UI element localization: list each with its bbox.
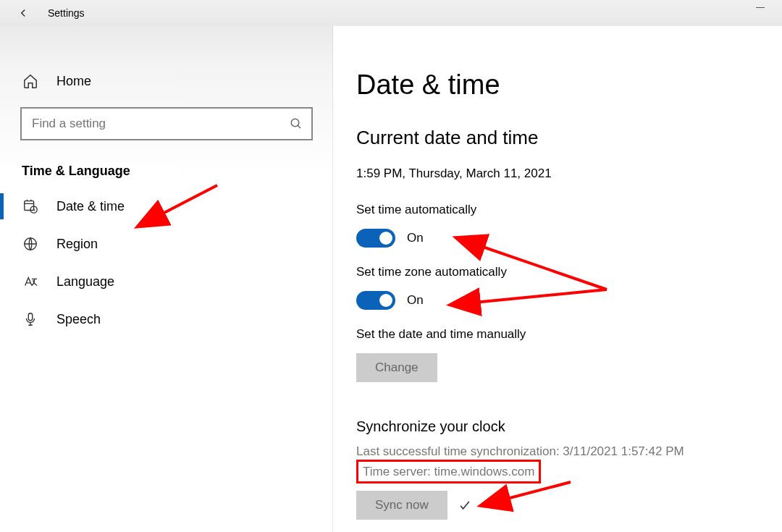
sidebar-item-label: Language: [56, 274, 114, 290]
titlebar: Settings: [0, 0, 782, 26]
sidebar-item-label: Region: [56, 237, 98, 252]
set-time-auto-label: Set time automatically: [356, 203, 768, 217]
back-button[interactable]: [14, 4, 32, 22]
time-server-text: Time server: time.windows.com: [363, 465, 534, 478]
sidebar-item-speech[interactable]: Speech: [0, 300, 333, 338]
svg-rect-4: [28, 313, 33, 321]
search-icon: [290, 117, 303, 130]
sidebar-item-label: Speech: [56, 312, 101, 327]
microphone-icon: [22, 311, 39, 328]
svg-point-0: [291, 119, 299, 127]
current-date-value: 1:59 PM, Thursday, March 11, 2021: [356, 166, 768, 181]
set-time-auto-state: On: [407, 231, 424, 245]
calendar-clock-icon: [22, 198, 39, 215]
sidebar-category: Time & Language: [0, 158, 333, 187]
svg-rect-1: [25, 201, 34, 211]
set-tz-auto-state: On: [407, 293, 424, 308]
set-time-auto-toggle[interactable]: [356, 229, 395, 248]
current-date-heading: Current date and time: [356, 127, 768, 149]
window-title: Settings: [48, 7, 85, 19]
change-button[interactable]: Change: [356, 353, 437, 382]
sync-heading: Synchronize your clock: [356, 418, 768, 435]
set-tz-auto-label: Set time zone automatically: [356, 265, 768, 279]
search-box[interactable]: [20, 107, 313, 140]
sidebar-home[interactable]: Home: [0, 62, 333, 100]
arrow-left-icon: [17, 7, 30, 20]
sidebar-item-label: Date & time: [56, 199, 125, 214]
sidebar-home-label: Home: [56, 74, 91, 89]
language-icon: [22, 273, 39, 290]
search-input[interactable]: [30, 116, 290, 132]
last-sync-text: Last successful time synchronization: 3/…: [356, 442, 768, 461]
minimize-button[interactable]: [756, 7, 765, 8]
sync-now-button[interactable]: Sync now: [356, 491, 447, 520]
sidebar-item-region[interactable]: Region: [0, 225, 333, 263]
sidebar-item-language[interactable]: Language: [0, 263, 333, 300]
check-icon: [458, 498, 472, 512]
page-title: Date & time: [356, 69, 768, 101]
time-server-highlight: Time server: time.windows.com: [356, 460, 541, 484]
main-content: Date & time Current date and time 1:59 P…: [333, 26, 782, 532]
globe-icon: [22, 235, 39, 253]
sidebar-item-date-time[interactable]: Date & time: [0, 187, 333, 225]
sidebar: Home Time & Language Date & time: [0, 26, 333, 532]
set-manual-label: Set the date and time manually: [356, 327, 768, 342]
set-tz-auto-toggle[interactable]: [356, 291, 395, 310]
home-icon: [22, 72, 39, 90]
